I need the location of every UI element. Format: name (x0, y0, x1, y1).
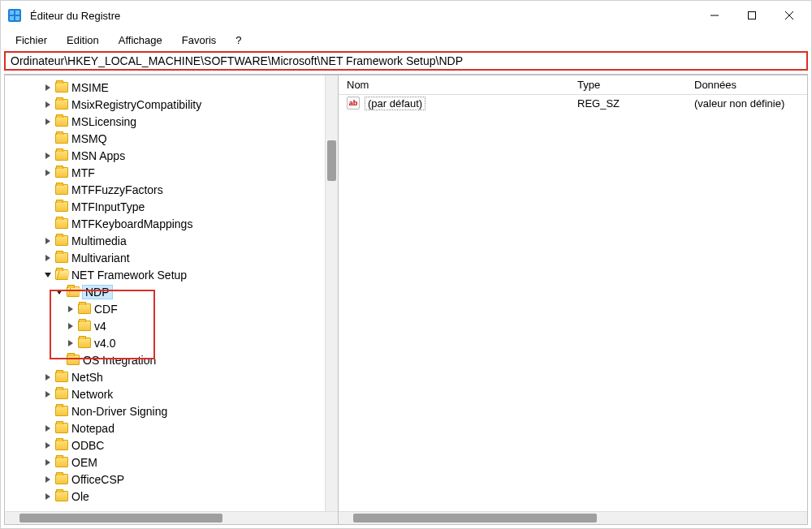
tree-item[interactable]: ODBC (5, 437, 338, 454)
tree-item-label: MTFInputType (71, 200, 145, 213)
regedit-icon (7, 8, 22, 23)
chevron-right-icon[interactable] (42, 493, 54, 500)
chevron-right-icon[interactable] (42, 255, 54, 261)
svg-marker-12 (45, 153, 50, 159)
folder-icon (55, 252, 68, 263)
tree-item[interactable]: NDP (5, 283, 338, 300)
tree-item[interactable]: Multimedia (5, 232, 338, 249)
svg-marker-22 (45, 391, 50, 398)
tree-item[interactable]: OEM (5, 454, 338, 471)
tree-item[interactable]: Non-Driver Signing (5, 402, 338, 419)
tree-item[interactable]: MSLicensing (5, 113, 338, 130)
chevron-right-icon[interactable] (42, 238, 54, 244)
column-data[interactable]: Données (686, 75, 807, 94)
registry-tree[interactable]: MSIMEMsixRegistryCompatibilityMSLicensin… (5, 75, 338, 511)
column-name[interactable]: Nom (339, 75, 569, 94)
menu-favorites[interactable]: Favoris (174, 32, 225, 48)
chevron-right-icon[interactable] (42, 101, 54, 108)
chevron-right-icon[interactable] (42, 459, 54, 466)
tree-item[interactable]: Network (5, 385, 338, 402)
chevron-right-icon[interactable] (65, 340, 76, 346)
chevron-right-icon[interactable] (42, 425, 54, 432)
menu-edit[interactable]: Edition (58, 32, 107, 48)
svg-marker-18 (68, 306, 73, 312)
tree-item-label: Network (71, 388, 113, 401)
svg-rect-6 (749, 12, 756, 19)
folder-icon (55, 133, 68, 144)
tree-vertical-scrollbar[interactable] (325, 75, 338, 511)
folder-icon (78, 338, 91, 348)
column-type[interactable]: Type (569, 75, 686, 94)
address-bar[interactable]: Ordinateur\HKEY_LOCAL_MACHINE\SOFTWARE\M… (11, 54, 473, 67)
tree-item[interactable]: Notepad (5, 419, 338, 437)
folder-icon (67, 286, 80, 297)
close-button[interactable] (771, 2, 808, 28)
folder-icon (78, 303, 91, 314)
svg-marker-19 (68, 323, 73, 329)
tree-item-label: ODBC (71, 439, 104, 452)
value-row[interactable]: ab(par défaut)REG_SZ(valeur non définie) (339, 95, 807, 111)
tree-item-label: MsixRegistryCompatibility (71, 98, 201, 111)
window-title: Éditeur du Registre (25, 10, 696, 22)
folder-icon (55, 457, 68, 467)
menu-view[interactable]: Affichage (110, 32, 171, 48)
tree-item-label: v4 (94, 320, 106, 333)
tree-item[interactable]: MsixRegistryCompatibility (5, 96, 338, 113)
svg-marker-11 (45, 118, 50, 125)
chevron-right-icon[interactable] (42, 84, 54, 91)
tree-item-label: MTFKeyboardMappings (71, 217, 192, 230)
tree-item[interactable]: OfficeCSP (5, 471, 338, 488)
maximize-button[interactable] (733, 2, 771, 28)
svg-rect-4 (15, 16, 19, 20)
svg-rect-1 (10, 11, 14, 15)
tree-item[interactable]: MSN Apps (5, 147, 338, 164)
minimize-button[interactable] (696, 2, 733, 28)
folder-icon (55, 184, 68, 195)
tree-item[interactable]: v4.0 (5, 334, 338, 351)
tree-item[interactable]: v4 (5, 317, 338, 334)
svg-marker-27 (45, 493, 50, 500)
chevron-right-icon[interactable] (42, 476, 54, 483)
tree-item[interactable]: Ole (5, 488, 338, 505)
chevron-right-icon[interactable] (42, 118, 54, 125)
chevron-right-icon[interactable] (65, 306, 76, 312)
menu-file[interactable]: Fichier (7, 32, 55, 48)
tree-item[interactable]: MTFKeyboardMappings (5, 215, 338, 232)
chevron-right-icon[interactable] (42, 153, 54, 159)
tree-item[interactable]: OS Integration (5, 351, 338, 368)
values-list[interactable]: ab(par défaut)REG_SZ(valeur non définie) (339, 95, 807, 511)
tree-item-label: OS Integration (83, 354, 156, 367)
tree-item[interactable]: CDF (5, 300, 338, 317)
tree-item[interactable]: MTFInputType (5, 198, 338, 215)
tree-item[interactable]: NetSh (5, 368, 338, 385)
menu-help[interactable]: ? (227, 32, 249, 48)
chevron-right-icon[interactable] (42, 374, 54, 381)
folder-icon (55, 372, 68, 382)
titlebar[interactable]: Éditeur du Registre (1, 1, 811, 30)
svg-marker-17 (56, 290, 63, 295)
split-pane: MSIMEMsixRegistryCompatibilityMSLicensin… (4, 74, 808, 525)
folder-icon (55, 116, 68, 127)
chevron-right-icon[interactable] (42, 442, 54, 449)
chevron-down-icon[interactable] (54, 289, 65, 295)
tree-item[interactable]: NET Framework Setup (5, 266, 338, 283)
chevron-down-icon[interactable] (42, 272, 54, 278)
column-headers[interactable]: Nom Type Données (339, 75, 807, 95)
folder-icon (55, 474, 68, 484)
tree-item[interactable]: Multivariant (5, 249, 338, 266)
values-horizontal-scrollbar[interactable] (339, 511, 807, 524)
svg-marker-9 (45, 84, 50, 91)
tree-horizontal-scrollbar[interactable] (5, 511, 338, 524)
tree-item-label: Non-Driver Signing (71, 405, 167, 418)
tree-item[interactable]: MSMQ (5, 130, 338, 147)
tree-item-label: MSN Apps (71, 149, 125, 162)
tree-item-label: Ole (71, 490, 89, 503)
tree-item[interactable]: MTF (5, 164, 338, 181)
tree-item[interactable]: MSIME (5, 79, 338, 96)
chevron-right-icon[interactable] (65, 323, 76, 329)
chevron-right-icon[interactable] (42, 391, 54, 398)
tree-item[interactable]: MTFFuzzyFactors (5, 181, 338, 198)
folder-icon (55, 491, 68, 501)
tree-item-label: Multimedia (71, 234, 127, 247)
chevron-right-icon[interactable] (42, 170, 54, 176)
